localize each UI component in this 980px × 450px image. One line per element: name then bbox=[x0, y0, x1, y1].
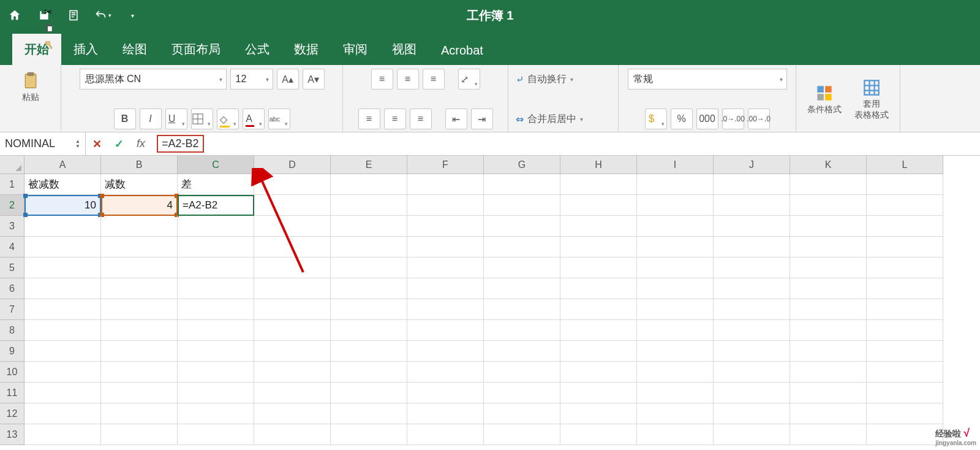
cell-H3[interactable] bbox=[560, 216, 637, 237]
cell-H12[interactable] bbox=[560, 403, 637, 424]
cell-D4[interactable] bbox=[254, 237, 331, 257]
cell-B3[interactable] bbox=[101, 216, 178, 237]
cell-J7[interactable] bbox=[714, 299, 790, 320]
cell-A5[interactable] bbox=[24, 257, 101, 278]
cell-B5[interactable] bbox=[101, 257, 178, 278]
increase-indent-icon[interactable]: ⇥ bbox=[471, 109, 493, 129]
cell-J13[interactable] bbox=[714, 424, 790, 445]
cell-F9[interactable] bbox=[407, 341, 484, 362]
cell-G5[interactable] bbox=[484, 257, 560, 278]
align-top-icon[interactable]: ≡ bbox=[371, 69, 393, 90]
cell-B11[interactable] bbox=[101, 383, 178, 403]
decrease-decimal-icon[interactable]: .00→.0 bbox=[748, 109, 770, 129]
tab-formulas[interactable]: 公式 bbox=[233, 34, 282, 65]
cell-J9[interactable] bbox=[714, 341, 790, 362]
cell-J2[interactable] bbox=[714, 195, 790, 216]
col-header-J[interactable]: J bbox=[714, 156, 790, 174]
cell-L10[interactable] bbox=[867, 362, 943, 383]
comma-icon[interactable]: 000 bbox=[696, 109, 718, 129]
cell-E13[interactable] bbox=[331, 424, 407, 445]
cell-D10[interactable] bbox=[254, 362, 331, 383]
format-as-table-button[interactable]: 套用 表格格式 bbox=[851, 75, 892, 123]
select-all-corner[interactable] bbox=[0, 156, 24, 174]
tab-view[interactable]: 视图 bbox=[380, 34, 429, 65]
cell-K4[interactable] bbox=[790, 237, 867, 257]
decrease-indent-icon[interactable]: ⇤ bbox=[445, 109, 467, 129]
cell-L7[interactable] bbox=[867, 299, 943, 320]
col-header-G[interactable]: G bbox=[484, 156, 560, 174]
row-header-11[interactable]: 11 bbox=[0, 383, 24, 403]
cell-G11[interactable] bbox=[484, 383, 560, 403]
cell-F12[interactable] bbox=[407, 403, 484, 424]
spreadsheet-grid[interactable]: ABCDEFGHIJKL 12345678910111213 被减数减数差104… bbox=[0, 156, 980, 450]
cell-H8[interactable] bbox=[560, 320, 637, 341]
cell-F5[interactable] bbox=[407, 257, 484, 278]
cell-B8[interactable] bbox=[101, 320, 178, 341]
cell-I3[interactable] bbox=[637, 216, 714, 237]
cell-C7[interactable] bbox=[178, 299, 254, 320]
home-icon[interactable] bbox=[6, 7, 23, 24]
cell-A13[interactable] bbox=[24, 424, 101, 445]
cell-C11[interactable] bbox=[178, 383, 254, 403]
row-header-13[interactable]: 13 bbox=[0, 424, 24, 445]
cell-D11[interactable] bbox=[254, 383, 331, 403]
cell-G1[interactable] bbox=[484, 174, 560, 195]
cell-C10[interactable] bbox=[178, 362, 254, 383]
cell-A9[interactable] bbox=[24, 341, 101, 362]
paste-button[interactable]: 粘贴 bbox=[17, 69, 44, 105]
cell-D12[interactable] bbox=[254, 403, 331, 424]
cell-L9[interactable] bbox=[867, 341, 943, 362]
col-header-E[interactable]: E bbox=[331, 156, 407, 174]
cell-I13[interactable] bbox=[637, 424, 714, 445]
cell-A8[interactable] bbox=[24, 320, 101, 341]
orientation-icon[interactable]: ⤢ bbox=[458, 69, 480, 90]
col-header-D[interactable]: D bbox=[254, 156, 331, 174]
cell-J3[interactable] bbox=[714, 216, 790, 237]
cell-I4[interactable] bbox=[637, 237, 714, 257]
cell-E7[interactable] bbox=[331, 299, 407, 320]
formula-input[interactable]: =A2-B2 bbox=[152, 132, 980, 155]
cell-G7[interactable] bbox=[484, 299, 560, 320]
cell-D7[interactable] bbox=[254, 299, 331, 320]
phonetic-button[interactable]: abc bbox=[268, 109, 290, 129]
row-header-9[interactable]: 9 bbox=[0, 341, 24, 362]
cell-G6[interactable] bbox=[484, 278, 560, 299]
qat-customize-icon[interactable]: ▾ bbox=[124, 7, 141, 24]
cell-E2[interactable] bbox=[331, 195, 407, 216]
confirm-formula-icon[interactable]: ✓ bbox=[108, 132, 130, 155]
cell-C1[interactable]: 差 bbox=[178, 174, 254, 195]
cell-B7[interactable] bbox=[101, 299, 178, 320]
cell-K1[interactable] bbox=[790, 174, 867, 195]
cell-E8[interactable] bbox=[331, 320, 407, 341]
cell-K12[interactable] bbox=[790, 403, 867, 424]
bold-button[interactable]: B bbox=[114, 109, 136, 129]
cell-I9[interactable] bbox=[637, 341, 714, 362]
cell-J4[interactable] bbox=[714, 237, 790, 257]
cell-D3[interactable] bbox=[254, 216, 331, 237]
cell-I1[interactable] bbox=[637, 174, 714, 195]
cell-I10[interactable] bbox=[637, 362, 714, 383]
format-painter-icon[interactable] bbox=[44, 40, 54, 52]
cell-A11[interactable] bbox=[24, 383, 101, 403]
tab-review[interactable]: 审阅 bbox=[331, 34, 380, 65]
align-center-icon[interactable]: ≡ bbox=[384, 109, 406, 129]
align-bottom-icon[interactable]: ≡ bbox=[423, 69, 445, 90]
cell-I11[interactable] bbox=[637, 383, 714, 403]
italic-button[interactable]: I bbox=[140, 109, 162, 129]
cell-K2[interactable] bbox=[790, 195, 867, 216]
cell-G10[interactable] bbox=[484, 362, 560, 383]
cell-I2[interactable] bbox=[637, 195, 714, 216]
cell-E3[interactable] bbox=[331, 216, 407, 237]
cell-G8[interactable] bbox=[484, 320, 560, 341]
cell-L3[interactable] bbox=[867, 216, 943, 237]
row-header-2[interactable]: 2 bbox=[0, 195, 24, 216]
print-icon[interactable] bbox=[65, 7, 82, 24]
cell-B4[interactable] bbox=[101, 237, 178, 257]
col-header-L[interactable]: L bbox=[867, 156, 943, 174]
cell-A10[interactable] bbox=[24, 362, 101, 383]
cell-J8[interactable] bbox=[714, 320, 790, 341]
cell-D8[interactable] bbox=[254, 320, 331, 341]
cell-D5[interactable] bbox=[254, 257, 331, 278]
cell-J10[interactable] bbox=[714, 362, 790, 383]
cell-B10[interactable] bbox=[101, 362, 178, 383]
